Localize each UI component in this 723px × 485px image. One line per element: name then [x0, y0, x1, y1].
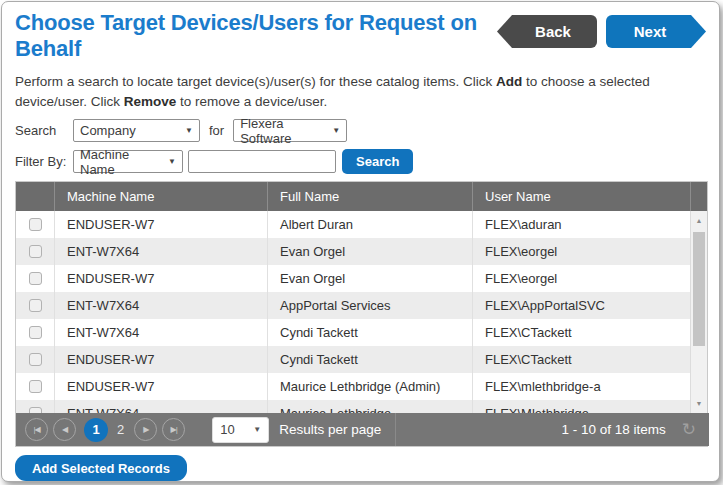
wizard-nav: Back Next — [497, 15, 706, 48]
cell-machine-name: ENDUSER-W7 — [54, 373, 267, 400]
header-machine-name[interactable]: Machine Name — [54, 182, 267, 211]
page-1-button[interactable]: 1 — [84, 418, 108, 442]
for-label: for — [209, 123, 224, 138]
row-checkbox[interactable] — [29, 353, 42, 366]
cell-full-name: Albert Duran — [267, 211, 472, 238]
next-page-icon: ▶ — [143, 425, 148, 434]
table-body: ENDUSER-W7 Albert Duran FLEX\aduran ENT-… — [16, 211, 707, 413]
header-user-name[interactable]: User Name — [472, 182, 690, 211]
remove-keyword: Remove — [124, 94, 177, 109]
instructions-part3: to remove a device/user. — [176, 94, 327, 109]
cell-machine-name: ENT-W7X64 — [54, 292, 267, 319]
pager-divider — [395, 413, 396, 446]
last-page-icon: ▶| — [171, 425, 177, 434]
cell-user-name: FLEX\eorgel — [472, 265, 690, 292]
table-row[interactable]: ENT-W7X64 AppPortal Services FLEX\AppPor… — [16, 292, 690, 319]
choose-target-dialog: Choose Target Devices/Users for Request … — [1, 1, 720, 482]
back-button[interactable]: Back — [497, 15, 597, 48]
cell-full-name: Cyndi Tackett — [267, 319, 472, 346]
page-size-value: 10 — [220, 422, 234, 437]
add-keyword: Add — [496, 74, 522, 89]
page-size-dropdown[interactable]: 10 ▼ — [212, 417, 269, 443]
table-row[interactable]: ENT-W7X64 Evan Orgel FLEX\eorgel — [16, 238, 690, 265]
search-scope-value: Flexera Software — [240, 116, 324, 146]
cell-user-name: FLEX\eorgel — [472, 238, 690, 265]
table-row[interactable]: ENDUSER-W7 Maurice Lethbridge (Admin) FL… — [16, 373, 690, 400]
row-checkbox[interactable] — [29, 272, 42, 285]
last-page-button[interactable]: ▶| — [162, 418, 185, 441]
cell-full-name: Cyndi Tackett — [267, 346, 472, 373]
vertical-scrollbar[interactable]: ▲ ▼ — [690, 211, 707, 413]
table-row[interactable]: ENT-W7X64 Maurice Lethbridge FLEX\Mlethb… — [16, 400, 690, 413]
row-checkbox[interactable] — [29, 326, 42, 339]
row-checkbox[interactable] — [29, 218, 42, 231]
first-page-button[interactable]: |◀ — [25, 418, 48, 441]
cell-user-name: FLEX\aduran — [472, 211, 690, 238]
scroll-up-icon[interactable]: ▲ — [691, 217, 707, 224]
cell-full-name: Evan Orgel — [267, 238, 472, 265]
cell-full-name: Maurice Lethbridge (Admin) — [267, 373, 472, 400]
instructions-text: Perform a search to locate target device… — [15, 72, 714, 112]
dialog-header: Choose Target Devices/Users for Request … — [15, 10, 706, 61]
pagination-bar: |◀ ◀ 1 2 ▶ ▶| 10 ▼ Results per page 1 - … — [16, 413, 709, 446]
cell-user-name: FLEX\AppPortalSVC — [472, 292, 690, 319]
prev-page-button[interactable]: ◀ — [53, 418, 76, 441]
prev-page-icon: ◀ — [62, 425, 67, 434]
table-row[interactable]: ENT-W7X64 Cyndi Tackett FLEX\CTackett — [16, 319, 690, 346]
row-checkbox[interactable] — [29, 299, 42, 312]
cell-user-name: FLEX\CTackett — [472, 319, 690, 346]
next-page-button[interactable]: ▶ — [134, 418, 157, 441]
header-full-name[interactable]: Full Name — [267, 182, 472, 211]
cell-full-name: AppPortal Services — [267, 292, 472, 319]
row-checkbox[interactable] — [29, 407, 42, 413]
cell-user-name: FLEX\Mlethbridge — [472, 400, 690, 413]
cell-user-name: FLEX\CTackett — [472, 346, 690, 373]
cell-full-name: Evan Orgel — [267, 265, 472, 292]
results-table: Machine Name Full Name User Name ENDUSER… — [15, 181, 708, 447]
cell-machine-name: ENDUSER-W7 — [54, 346, 267, 373]
scrollbar-thumb[interactable] — [693, 232, 705, 346]
row-checkbox[interactable] — [29, 380, 42, 393]
table-row[interactable]: ENDUSER-W7 Cyndi Tackett FLEX\CTackett — [16, 346, 690, 373]
table-row[interactable]: ENDUSER-W7 Evan Orgel FLEX\eorgel — [16, 265, 690, 292]
table-header: Machine Name Full Name User Name — [16, 182, 707, 211]
refresh-icon[interactable]: ↻ — [682, 419, 696, 440]
header-checkbox-column — [16, 182, 54, 211]
first-page-icon: |◀ — [33, 425, 39, 434]
search-label: Search — [15, 123, 73, 138]
items-count-label: 1 - 10 of 18 items — [561, 422, 665, 437]
add-selected-records-button[interactable]: Add Selected Records — [15, 455, 187, 481]
header-scrollbar-cell — [690, 182, 707, 211]
filter-input[interactable] — [188, 150, 336, 173]
chevron-down-icon: ▼ — [253, 425, 261, 434]
cell-full-name: Maurice Lethbridge — [267, 400, 472, 413]
filter-row: Filter By: Machine Name ▼ Search — [15, 149, 706, 174]
instructions-part1: Perform a search to locate target device… — [15, 74, 496, 89]
cell-machine-name: ENT-W7X64 — [54, 319, 267, 346]
search-row: Search Company ▼ for Flexera Software ▼ — [15, 119, 706, 142]
page-2-button[interactable]: 2 — [117, 422, 124, 437]
cell-machine-name: ENT-W7X64 — [54, 238, 267, 265]
next-button[interactable]: Next — [606, 15, 706, 48]
search-button[interactable]: Search — [342, 149, 413, 174]
search-scope-dropdown[interactable]: Flexera Software ▼ — [233, 119, 347, 142]
cell-machine-name: ENDUSER-W7 — [54, 211, 267, 238]
scroll-down-icon[interactable]: ▼ — [691, 400, 707, 407]
results-per-page-label: Results per page — [279, 422, 381, 437]
chevron-down-icon: ▼ — [332, 126, 340, 135]
chevron-down-icon: ▼ — [168, 157, 176, 166]
table-row[interactable]: ENDUSER-W7 Albert Duran FLEX\aduran — [16, 211, 690, 238]
search-category-value: Company — [80, 123, 136, 138]
table-rows: ENDUSER-W7 Albert Duran FLEX\aduran ENT-… — [16, 211, 690, 413]
cell-machine-name: ENDUSER-W7 — [54, 265, 267, 292]
dialog-footer: Add Selected Records — [15, 455, 706, 481]
search-category-dropdown[interactable]: Company ▼ — [73, 119, 200, 142]
cell-user-name: FLEX\mlethbridge-a — [472, 373, 690, 400]
filter-field-value: Machine Name — [80, 147, 160, 177]
filter-by-label: Filter By: — [15, 154, 73, 169]
page-title: Choose Target Devices/Users for Request … — [15, 10, 483, 61]
cell-machine-name: ENT-W7X64 — [54, 400, 267, 413]
filter-field-dropdown[interactable]: Machine Name ▼ — [73, 150, 183, 173]
row-checkbox[interactable] — [29, 245, 42, 258]
chevron-down-icon: ▼ — [185, 126, 193, 135]
